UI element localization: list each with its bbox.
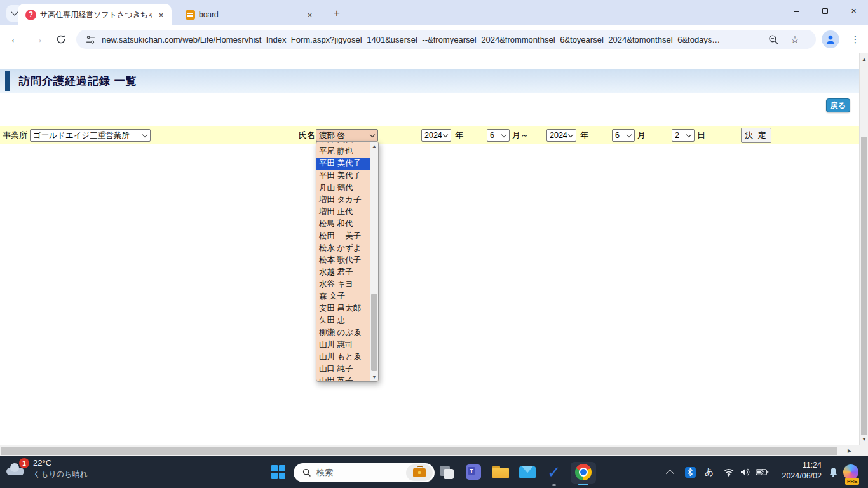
to-month-select[interactable]: 6 [612,129,635,142]
restore-button[interactable] [811,0,839,22]
return-button[interactable]: 戻る [826,98,850,112]
teams-button[interactable] [465,463,482,481]
bookmark-star-icon[interactable]: ☆ [790,34,799,46]
chevron-down-icon [501,132,506,137]
dropdown-option[interactable]: 山田 英子 [316,375,370,381]
to-year-unit: 年 [580,126,588,144]
taskbar-clock[interactable]: 11:24 2024/06/02 [778,460,822,482]
dropdown-option[interactable]: 松島 和代 [316,218,370,230]
bluetooth-button[interactable] [681,463,699,481]
scroll-down-icon[interactable]: ▼ [860,435,868,444]
dropdown-list-clip: 平井 美代子平尾 静也平田 美代子平田 美代子舟山 鶴代増田 タカ子増田 正代松… [316,142,370,381]
task-view-icon [438,464,454,480]
new-tab-button[interactable]: + [329,6,344,21]
scroll-up-icon[interactable]: ▲ [370,142,378,151]
zoom-out-icon[interactable] [768,34,779,45]
taskbar-search[interactable]: 検索 [294,463,435,482]
volume-button[interactable] [736,463,754,481]
office-select[interactable]: ゴールドエイジ三重営業所 [30,129,151,142]
dropdown-option[interactable]: 平田 美代子 [316,170,370,182]
office-select-value: ゴールドエイジ三重営業所 [33,130,130,141]
tab-divider [323,8,323,18]
todo-button[interactable]: ✓ [545,463,563,481]
start-button[interactable] [271,465,285,479]
task-view-button[interactable] [437,463,455,481]
browser-menu-icon[interactable]: ⋮ [849,32,862,46]
url-text[interactable]: new.satsukichan.com/web/Life/Homesrvhist… [102,35,759,44]
dropdown-option[interactable]: 松本 歌代子 [316,254,370,266]
dropdown-option[interactable]: 山川 惠司 [316,339,370,351]
wifi-button[interactable] [720,463,738,481]
mail-button[interactable] [519,463,536,481]
reload-button[interactable] [53,31,69,48]
dropdown-option[interactable]: 松田 二美子 [316,230,370,242]
teams-icon [466,464,481,480]
from-month-select[interactable]: 6 [487,129,510,142]
chevron-up-icon [666,470,674,478]
from-year-value: 2024 [424,131,442,140]
search-highlight-chip[interactable] [406,464,433,481]
name-select[interactable]: 渡部 啓 [316,129,378,142]
browser-tab-active[interactable]: ? サ高住専用経営ソフトさつきちゃん × [18,4,172,25]
chrome-button[interactable] [574,463,592,481]
ime-button[interactable]: あ [700,463,718,481]
dropdown-option[interactable]: 矢田 忠 [316,315,370,327]
submit-button[interactable]: 決 定 [741,128,771,143]
wifi-icon [723,468,735,477]
copilot-pre-badge: PRE [845,478,859,485]
file-explorer-button[interactable] [492,463,510,481]
dropdown-option[interactable]: 舟山 鶴代 [316,182,370,194]
tab-close-icon[interactable]: × [156,10,166,20]
name-dropdown-popup: 平井 美代子平尾 静也平田 美代子平田 美代子舟山 鶴代増田 タカ子増田 正代松… [316,141,379,382]
dropdown-option[interactable]: 安田 昌太郎 [316,302,370,315]
dropdown-option[interactable]: 平尾 静也 [316,146,370,158]
dropdown-option[interactable]: 水越 君子 [316,266,370,278]
dropdown-option[interactable]: 増田 タカ子 [316,194,370,206]
chrome-active-indicator [578,484,588,485]
search-icon [302,468,311,477]
tray-expand-button[interactable] [661,463,679,481]
forward-button[interactable]: → [30,31,46,48]
day-unit: 日 [697,126,705,144]
browser-tab-board[interactable]: board × [178,4,320,25]
dropdown-scrollbar-thumb[interactable] [371,294,377,371]
scroll-up-icon[interactable]: ▲ [860,55,868,64]
dropdown-scrollbar[interactable]: ▲ ▼ [370,142,378,381]
scroll-down-icon[interactable]: ▼ [370,372,378,381]
person-icon [825,34,836,45]
browser-tab-strip: ? サ高住専用経営ソフトさつきちゃん × board × + – × [0,0,868,25]
dropdown-option[interactable]: 山川 もとゑ [316,351,370,363]
notification-bell-button[interactable] [824,463,842,481]
battery-icon [756,468,769,477]
back-button[interactable]: ← [7,31,24,48]
close-button[interactable]: × [839,0,868,22]
dropdown-option[interactable]: 森 文子 [316,290,370,302]
taskbar: 1 22°C くもりのち晴れ 検索 ✓ あ 11:24 2024/06/02 [0,456,868,488]
dropdown-option[interactable]: 山口 純子 [316,363,370,375]
dropdown-option[interactable]: 松永 かずよ [316,242,370,254]
site-info-icon[interactable] [85,34,96,45]
horizontal-scrollbar-thumb[interactable] [1,447,837,455]
running-indicator [552,484,556,486]
minimize-button[interactable]: – [782,0,811,22]
page-content: 訪問介護経過記録 一覧 戻る 事業所 ゴールドエイジ三重営業所 氏名 渡部 啓 … [0,53,859,445]
name-select-value: 渡部 啓 [319,130,345,141]
from-year-select[interactable]: 2024 [421,129,451,142]
dropdown-option[interactable]: 増田 正代 [316,206,370,218]
day-select[interactable]: 2 [672,129,695,142]
url-bar[interactable]: new.satsukichan.com/web/Life/Homesrvhist… [76,30,816,49]
to-year-select[interactable]: 2024 [546,129,576,142]
scroll-right-icon[interactable]: ▶ [845,446,854,455]
vertical-scrollbar[interactable]: ▲ ▼ [859,53,868,445]
from-year-unit: 年 [455,126,463,144]
dropdown-option[interactable]: 柳瀬 のぶゑ [316,327,370,339]
vertical-scrollbar-thumb[interactable] [861,137,867,435]
profile-avatar[interactable] [822,30,839,48]
horizontal-scrollbar[interactable]: ▶ [0,445,859,456]
dropdown-option[interactable]: 水谷 キヨ [316,278,370,290]
battery-button[interactable] [753,463,771,481]
weather-widget[interactable]: 1 22°C くもりのち晴れ [5,458,88,480]
check-icon: ✓ [547,464,561,480]
dropdown-option[interactable]: 平田 美代子 [316,158,370,170]
tab-close-icon[interactable]: × [304,10,315,20]
